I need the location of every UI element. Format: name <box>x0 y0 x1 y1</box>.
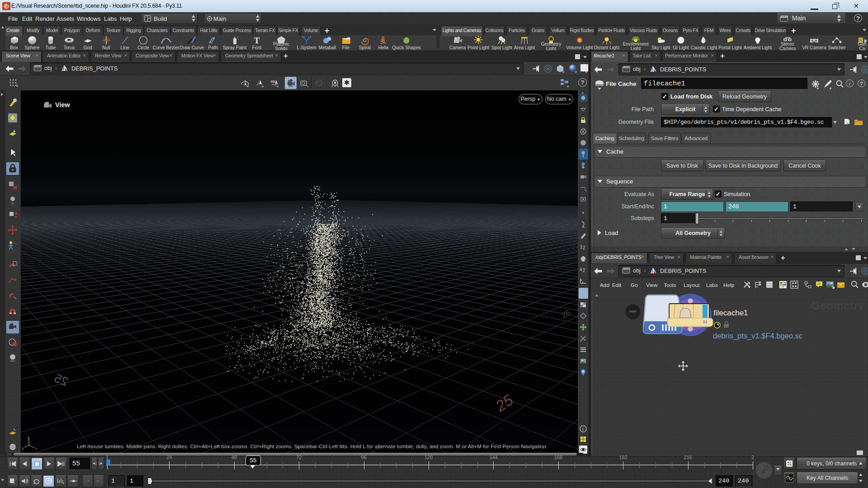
svg-text:4: 4 <box>580 267 582 272</box>
svg-text:2: 2 <box>583 268 585 273</box>
svg-text:i: i <box>582 427 584 432</box>
svg-text:y: y <box>28 435 29 439</box>
svg-text:2: 2 <box>583 245 585 250</box>
svg-text:PW: PW <box>288 85 293 88</box>
svg-text:z: z <box>22 446 24 450</box>
svg-text:T: T <box>254 36 260 45</box>
svg-text:x: x <box>35 446 37 450</box>
